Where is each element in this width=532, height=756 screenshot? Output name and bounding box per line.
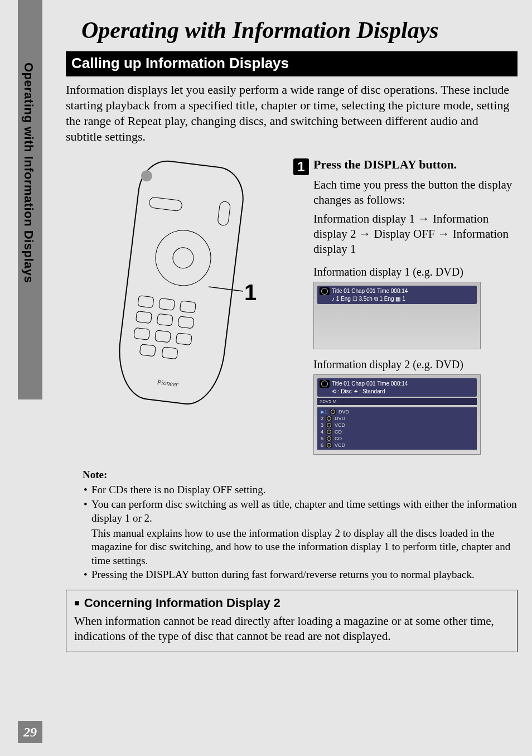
remote-button	[142, 158, 154, 171]
seq-part: Display OFF	[374, 227, 435, 240]
remote-dpad	[152, 227, 214, 288]
disc-icon	[320, 380, 330, 388]
arrow-icon: →	[359, 227, 374, 240]
page: Operating with Information Displays 29 O…	[0, 0, 532, 756]
remote-button	[136, 311, 152, 324]
osd2-magazine-label: XDV5-M	[317, 398, 477, 405]
list-idx: 6	[321, 442, 323, 448]
list-type: CD	[335, 436, 342, 441]
note-title: Note:	[83, 468, 518, 482]
osd2-line2: ⟲ : Disc ✦ : Standard	[332, 388, 475, 396]
osd1-label: Information display 1 (e.g. DVD)	[313, 266, 518, 278]
osd1-line2: ♪ 1 Eng ☐ 3.5ch ⧉ 1 Eng ▦ 1	[332, 295, 475, 303]
remote-button	[177, 316, 194, 329]
list-idx: 3	[321, 422, 323, 428]
osd2-line1: Title 01 Chap 001 Time 000:14	[332, 380, 475, 388]
page-title: Operating with Information Displays	[81, 17, 518, 44]
remote-button	[139, 344, 156, 357]
square-bullet-icon: ■	[74, 598, 80, 608]
step-number-badge: 1	[293, 158, 309, 175]
tiny-disc-icon	[326, 416, 332, 421]
remote-rocker	[217, 200, 231, 226]
tiny-disc-icon	[330, 409, 336, 415]
remote-button	[154, 330, 171, 343]
remote-button	[176, 333, 192, 345]
content-area: Operating with Information Displays Call…	[66, 11, 518, 652]
note-block: Note: For CDs there is no Display OFF se…	[83, 468, 518, 582]
sidebar-section-label: Operating with Information Displays	[21, 62, 36, 283]
concerning-body: When information cannot be read directly…	[74, 614, 509, 644]
seq-part: Information display 1	[313, 212, 415, 225]
remote-rocker	[148, 196, 183, 211]
remote-illustration: Pioneer 1	[83, 163, 283, 420]
callout-number: 1	[244, 280, 257, 305]
remote-button	[137, 295, 154, 308]
list-idx: 4	[321, 429, 323, 435]
concerning-title: Concerning Information Display 2	[84, 596, 280, 610]
remote-button	[133, 327, 150, 340]
page-number: 29	[18, 721, 42, 743]
list-type: DVD	[335, 416, 345, 421]
section-heading: Calling up Information Displays	[66, 51, 518, 76]
osd2-label: Information display 2 (e.g. DVD)	[313, 358, 518, 371]
list-idx: ▶1	[321, 409, 327, 415]
list-type: VCD	[335, 442, 345, 448]
list-idx: 2	[321, 416, 323, 421]
note-item: For CDs there is no Display OFF setting.	[83, 483, 518, 497]
list-type: CD	[335, 429, 342, 435]
osd1-line1: Title 01 Chap 001 Time 000:14	[332, 287, 475, 295]
list-idx: 5	[321, 436, 323, 441]
tiny-disc-icon	[326, 442, 332, 448]
tiny-disc-icon	[326, 436, 332, 441]
osd2-screenshot: Title 01 Chap 001 Time 000:14 ⟲ : Disc ✦…	[313, 374, 481, 455]
intro-paragraph: Information displays let you easily perf…	[66, 82, 518, 145]
brand-label: Pioneer	[157, 378, 179, 389]
disc-icon	[320, 287, 330, 295]
step-title: Press the DISPLAY button.	[313, 157, 457, 172]
remote-button	[158, 297, 175, 310]
remote-button	[224, 183, 236, 195]
remote-button	[180, 300, 196, 313]
remote-button	[161, 346, 178, 359]
concerning-box: ■Concerning Information Display 2 When i…	[66, 590, 518, 653]
osd1-screenshot: Title 01 Chap 001 Time 000:14 ♪ 1 Eng ☐ …	[313, 282, 481, 349]
callout-line	[209, 270, 245, 297]
remote-button	[148, 174, 160, 186]
step-sequence-text: Information display 1 → Information disp…	[313, 211, 518, 257]
note-subline: This manual explains how to use the info…	[83, 527, 518, 568]
arrow-icon: →	[438, 227, 453, 240]
note-item: You can perform disc switching as well a…	[83, 498, 518, 525]
tiny-disc-icon	[326, 422, 332, 428]
note-item: Pressing the DISPLAY button during fast …	[83, 568, 518, 582]
step-body-text: Each time you press the button the displ…	[313, 177, 518, 208]
tiny-disc-icon	[326, 429, 332, 435]
svg-line-0	[209, 287, 243, 291]
arrow-icon: →	[418, 212, 433, 225]
osd2-disc-list: ▶1DVD 2DVD 3VCD 4CD 5CD 6VCD	[317, 407, 477, 450]
remote-button	[157, 313, 173, 326]
list-type: DVD	[338, 409, 349, 415]
list-type: VCD	[335, 422, 345, 428]
